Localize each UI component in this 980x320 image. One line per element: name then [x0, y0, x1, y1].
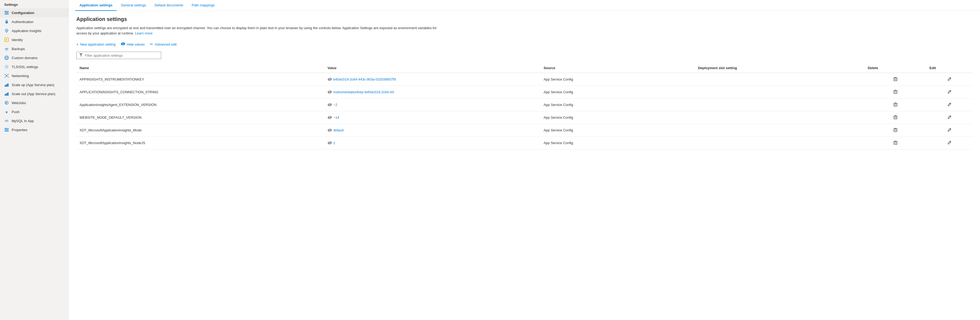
svg-rect-43 — [894, 78, 897, 81]
th-name: Name — [76, 63, 325, 73]
row-5-edit-cell — [926, 137, 972, 149]
table-row: WEBSITE_NODE_DEFAULT_VERSION~14App Servi… — [76, 111, 972, 124]
row-0-delete-button[interactable] — [891, 76, 899, 83]
toolbar: + New application setting Hide values ✏ … — [76, 41, 972, 48]
row-3-value: ~14 — [325, 111, 541, 124]
svg-rect-0 — [5, 11, 9, 12]
svg-line-21 — [5, 74, 6, 76]
tab-path-mappings[interactable]: Path mappings — [188, 0, 219, 11]
identity-icon: ★ — [4, 37, 9, 42]
sidebar-item-backups[interactable]: Backups — [0, 44, 68, 53]
sidebar-item-label-networking: Networking — [12, 74, 29, 78]
hide-values-button[interactable]: Hide values — [121, 41, 145, 48]
row-0-edit-cell — [926, 73, 972, 86]
filter-input-wrapper — [76, 52, 161, 59]
row-1-value-link[interactable]: InstrumentationKey=b45dc019-2c64-44: — [328, 90, 537, 94]
row-2-value: ~2 — [325, 98, 541, 111]
sidebar-item-push[interactable]: Push — [0, 107, 68, 116]
row-5-delete-button[interactable] — [891, 139, 899, 146]
row-0-source: App Service Config — [541, 73, 695, 86]
row-0-name: APPINSIGHTS_INSTRUMENTATIONKEY — [76, 73, 325, 86]
advanced-edit-button[interactable]: ✏ Advanced edit — [150, 41, 177, 48]
row-4-value-link[interactable]: default — [328, 128, 537, 132]
configuration-icon — [4, 10, 9, 15]
sidebar-item-custom-domains[interactable]: Custom domains — [0, 53, 68, 62]
row-3-value-link[interactable]: ~14 — [328, 116, 537, 119]
row-1-edit-button[interactable] — [945, 89, 953, 95]
properties-icon — [4, 127, 9, 132]
row-5-source: App Service Config — [541, 137, 695, 149]
svg-rect-27 — [8, 84, 8, 87]
sidebar-item-label-configuration: Configuration — [12, 11, 34, 15]
row-4-source: App Service Config — [541, 124, 695, 137]
sidebar-item-networking[interactable]: Networking — [0, 71, 68, 80]
row-0-value-link[interactable]: b45dc019-2c64-443c-903a-032036657f9 — [328, 78, 537, 81]
row-3-deployment — [695, 111, 864, 124]
sidebar-item-configuration[interactable]: Configuration — [0, 8, 68, 17]
filter-application-settings-input[interactable] — [85, 54, 158, 57]
sidebar-item-webjobs[interactable]: WebJobs — [0, 98, 68, 107]
sidebar-item-label-custom-domains: Custom domains — [12, 56, 38, 60]
sidebar-item-label-scale-out: Scale out (App Service plan) — [12, 92, 56, 96]
row-1-delete-cell — [864, 86, 926, 98]
svg-rect-30 — [8, 92, 8, 96]
row-4-delete-cell — [864, 124, 926, 137]
row-2-value-link[interactable]: ~2 — [328, 103, 537, 107]
row-5-name: XDT_MicrosoftApplicationInsights_NodeJS — [76, 137, 325, 149]
row-4-delete-button[interactable] — [891, 127, 899, 134]
eye-icon — [121, 42, 125, 46]
svg-text:★: ★ — [5, 38, 8, 41]
sidebar-item-mysql[interactable]: MySQL In App — [0, 116, 68, 125]
mysql-icon — [4, 119, 9, 123]
svg-marker-41 — [79, 53, 83, 57]
sidebar-item-label-push: Push — [12, 110, 20, 114]
scale-out-icon — [4, 91, 9, 96]
svg-rect-39 — [6, 131, 6, 131]
page-title: Application settings — [76, 16, 972, 22]
plus-icon: + — [76, 42, 78, 46]
row-3-edit-button[interactable] — [945, 114, 953, 121]
svg-rect-37 — [5, 128, 6, 129]
row-0-edit-button[interactable] — [945, 76, 953, 82]
sidebar-item-application-insights[interactable]: Application Insights — [0, 26, 68, 35]
row-3-edit-cell — [926, 111, 972, 124]
row-2-edit-cell — [926, 98, 972, 111]
table-row: ApplicationInsightsAgent_EXTENSION_VERSI… — [76, 98, 972, 111]
row-0-deployment — [695, 73, 864, 86]
svg-rect-50 — [894, 90, 897, 93]
sidebar-item-label-application-insights: Application Insights — [12, 29, 41, 33]
tab-default-documents[interactable]: Default documents — [150, 0, 188, 11]
sidebar-item-identity[interactable]: ★Identity — [0, 35, 68, 44]
svg-rect-29 — [6, 93, 7, 96]
row-2-edit-button[interactable] — [945, 101, 953, 108]
svg-line-24 — [6, 76, 8, 77]
sidebar: Settings ConfigurationAuthenticationAppl… — [0, 0, 69, 320]
tab-general-settings[interactable]: General settings — [117, 0, 150, 11]
scale-up-icon — [4, 82, 9, 87]
sidebar-item-scale-up[interactable]: Scale up (App Service plan) — [0, 80, 68, 89]
sidebar-item-tls-ssl[interactable]: TLS/SSL settings — [0, 62, 68, 71]
networking-icon — [4, 73, 9, 78]
row-3-source: App Service Config — [541, 111, 695, 124]
row-4-edit-cell — [926, 124, 972, 137]
row-4-edit-button[interactable] — [945, 127, 953, 133]
sidebar-item-authentication[interactable]: Authentication — [0, 17, 68, 26]
sidebar-item-label-webjobs: WebJobs — [12, 101, 26, 105]
tab-application-settings[interactable]: Application settings — [75, 0, 117, 11]
learn-more-link[interactable]: Learn more — [135, 31, 153, 35]
svg-rect-34 — [5, 128, 9, 129]
new-application-setting-button[interactable]: + New application setting — [76, 41, 116, 48]
row-5-edit-button[interactable] — [945, 139, 953, 146]
row-5-delete-cell — [864, 137, 926, 149]
row-3-delete-button[interactable] — [891, 114, 899, 121]
row-2-delete-button[interactable] — [891, 101, 899, 108]
page-description: Application settings are encrypted at re… — [76, 25, 447, 36]
sidebar-item-properties[interactable]: Properties — [0, 125, 68, 134]
row-1-delete-button[interactable] — [891, 89, 899, 96]
row-1-source: App Service Config — [541, 86, 695, 98]
sidebar-item-scale-out[interactable]: Scale out (App Service plan) — [0, 89, 68, 98]
svg-rect-3 — [5, 11, 6, 12]
svg-line-22 — [6, 74, 8, 76]
filter-icon — [79, 53, 83, 57]
row-5-value-link[interactable]: 1 — [328, 141, 537, 145]
